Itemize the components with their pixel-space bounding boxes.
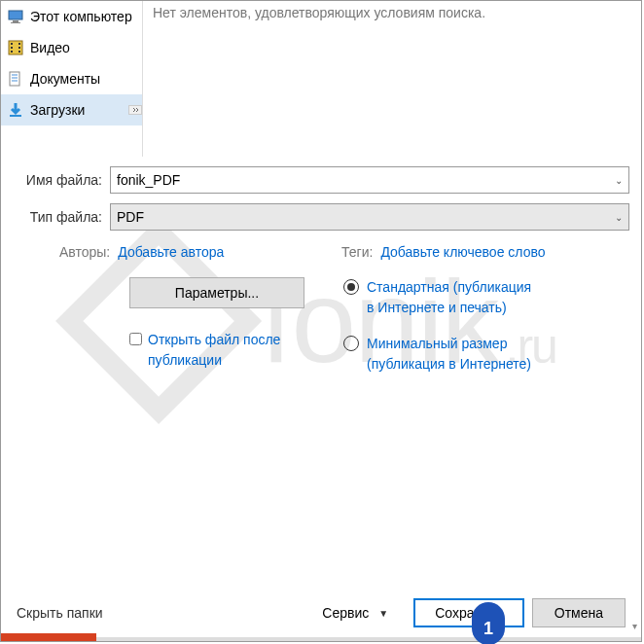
hide-folders-link[interactable]: Скрыть папки (17, 605, 103, 621)
filetype-select[interactable]: PDF ⌄ (110, 203, 629, 231)
triangle-down-icon: ▼ (378, 608, 388, 619)
add-tag-link[interactable]: Добавьте ключевое слово (380, 244, 545, 260)
sidebar-item-label: Загрузки (30, 102, 85, 118)
cancel-button[interactable]: Отмена (532, 598, 626, 627)
parameters-button[interactable]: Параметры... (129, 277, 304, 308)
svg-rect-0 (9, 11, 22, 19)
empty-message: Нет элементов, удовлетворяющих условиям … (153, 5, 485, 20)
add-author-link[interactable]: Добавьте автора (118, 244, 224, 260)
svg-rect-4 (11, 43, 13, 45)
service-dropdown[interactable]: Сервис ▼ (322, 605, 388, 621)
radio-icon (343, 279, 359, 295)
expand-button[interactable] (128, 105, 142, 115)
filename-label: Имя файла: (13, 172, 110, 188)
chevron-down-icon: ⌄ (615, 212, 623, 223)
downloads-icon (7, 101, 24, 119)
sidebar-item-downloads[interactable]: Загрузки (1, 94, 142, 125)
filename-input[interactable]: fonik_PDF ⌄ (110, 166, 629, 194)
sidebar-item-computer[interactable]: Этот компьютер (1, 1, 142, 32)
sidebar-item-label: Видео (30, 40, 70, 55)
file-list-area: Нет элементов, удовлетворяющих условиям … (142, 1, 641, 157)
svg-rect-8 (18, 47, 20, 49)
radio-standard[interactable]: Стандартная (публикация в Интернете и пе… (343, 277, 629, 318)
tags-label: Теги: (341, 244, 373, 260)
sidebar-item-video[interactable]: Видео (1, 32, 142, 63)
svg-rect-1 (13, 20, 18, 22)
filetype-label: Тип файла: (13, 209, 110, 225)
chevron-down-icon[interactable]: ⌄ (615, 175, 623, 186)
sidebar-item-label: Документы (30, 71, 100, 87)
video-icon (7, 39, 24, 56)
nav-sidebar: Этот компьютер Видео Документы Загрузки (1, 1, 142, 157)
open-after-checkbox[interactable] (129, 333, 142, 345)
open-after-label[interactable]: Открыть файл после публикации (148, 330, 313, 371)
svg-rect-10 (10, 72, 19, 86)
radio-icon (343, 336, 359, 351)
documents-icon (7, 70, 24, 88)
svg-rect-6 (11, 51, 13, 53)
callout-marker: 1 (472, 602, 505, 644)
computer-icon (7, 8, 24, 25)
sidebar-item-documents[interactable]: Документы (1, 63, 142, 94)
svg-rect-9 (18, 51, 20, 53)
progress-bar (1, 633, 96, 641)
svg-rect-2 (11, 22, 20, 23)
svg-rect-7 (18, 43, 20, 45)
radio-minimal[interactable]: Минимальный размер (публикация в Интерне… (343, 334, 629, 375)
save-button[interactable]: Сохранить (413, 598, 524, 627)
authors-label: Авторы: (59, 244, 110, 260)
svg-rect-5 (11, 47, 13, 49)
progress-track (1, 637, 641, 641)
sidebar-item-label: Этот компьютер (30, 9, 132, 24)
